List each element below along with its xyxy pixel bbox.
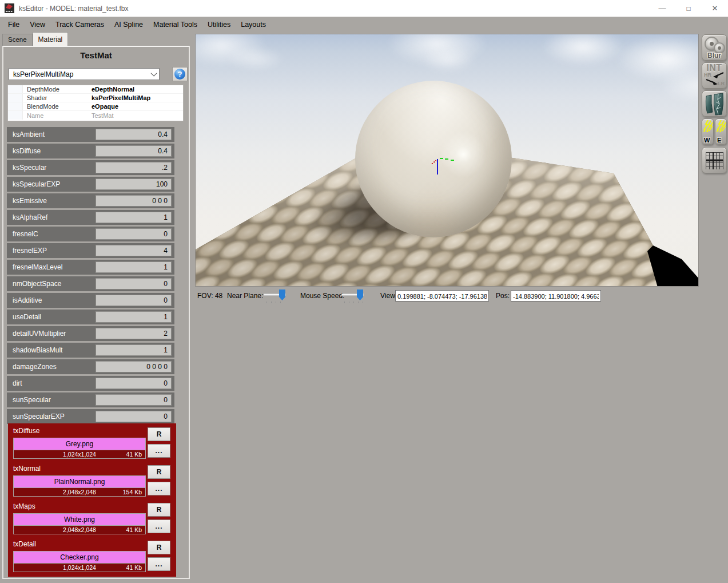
slider-thumb[interactable] [357,289,363,300]
shader-property-grid: DepthMode eDepthNormal Shader ksPerPixel… [7,85,184,121]
texture-file-txnormal[interactable]: PlainNormal.png 2,048x2,048 154 Kb [13,475,146,497]
texture-file-txdetail[interactable]: Checker.png 1,024x1,024 41 Kb [13,551,146,572]
app-icon [5,3,14,13]
help-icon: ? [174,69,185,80]
tab-scene[interactable]: Scene [2,34,33,46]
material-panel: TestMat ksPerPixelMultiMap ? DepthMode e… [2,46,190,579]
shader-dropdown-value: ksPerPixelMultiMap [13,70,73,78]
slider-thumb[interactable] [279,289,285,300]
param-row-ksambient: ksAmbient [7,127,174,142]
grid-axis [706,160,723,161]
glass-damage-button[interactable] [702,90,727,117]
menu-ai-spline[interactable]: AI Spline [109,18,148,31]
reset-texture-button[interactable]: R [148,541,170,554]
browse-texture-button[interactable]: ... [148,519,170,533]
browse-texture-button[interactable]: ... [148,482,170,495]
close-button[interactable]: ✕ [702,0,728,17]
view-label: View: [380,292,397,300]
param-input-usedetail[interactable] [96,311,172,323]
param-input-ksalpharef[interactable] [96,212,172,223]
property-row-margin [8,102,23,110]
param-input-ksambient[interactable] [96,129,172,140]
param-row-fresnelc: fresnelC [7,227,174,241]
param-row-nmobjectspace: nmObjectSpace [7,276,174,291]
kseditor-window: { "window": { "title": "ksEditor - MODEL… [0,0,728,583]
param-input-detailuvmultiplier[interactable] [96,328,172,339]
view-vector-field[interactable] [395,290,489,302]
texture-slot-txdetail: txDetail Checker.png 1,024x1,024 41 Kb R… [8,538,176,576]
tab-material[interactable]: Material [33,32,69,46]
browse-texture-button[interactable]: ... [148,444,170,458]
param-input-ksspecularexp[interactable] [96,179,172,190]
param-input-ksdiffuse[interactable] [96,145,172,157]
param-row-fresnelexp: fresnelEXP [7,243,174,258]
menu-view[interactable]: View [25,18,50,31]
menu-track-cameras[interactable]: Track Cameras [50,18,109,31]
sphere-3d-object [355,81,512,237]
panel-tabstrip: Scene Material [2,32,68,46]
property-row-shader[interactable]: Shader ksPerPixelMultiMap [8,94,183,102]
swap-arrows-icon [702,63,726,88]
property-row-depthmode[interactable]: DepthMode eDepthNormal [8,85,183,94]
e-label: E [717,137,721,144]
near-plane-slider[interactable] [264,289,287,303]
help-button[interactable]: ? [172,67,188,81]
menu-material-tools[interactable]: Material Tools [148,18,202,31]
param-input-sunspecular[interactable] [96,394,172,406]
param-row-ksemissive: ksEmissive [7,193,174,208]
property-row-margin [8,85,23,93]
param-input-damagezones[interactable] [96,361,172,372]
gizmo-y-axis-dash [451,160,454,161]
param-row-ksalpharef: ksAlphaRef [7,210,174,225]
param-input-ksemissive[interactable] [96,195,172,207]
param-row-usedetail: useDetail [7,310,174,324]
reset-texture-button[interactable]: R [148,427,170,441]
grid-toggle-button[interactable] [702,147,727,173]
pos-vector-field[interactable] [511,290,601,302]
near-plane-label: Near Plane: [227,292,263,300]
minimize-button[interactable]: — [649,0,675,17]
texture-info: 2,048x2,048 41 Kb [14,525,145,534]
mouse-speed-slider[interactable] [341,289,364,303]
pos-label: Pos: [496,292,510,300]
texture-info: 1,024x1,024 41 Kb [14,450,145,458]
maximize-button[interactable]: □ [675,0,702,17]
wiper-e-button[interactable]: E [715,118,727,145]
reset-texture-button[interactable]: R [148,503,170,517]
param-input-isadditive[interactable] [96,295,172,306]
interior-hr-lr-button[interactable]: INT HR LR [702,62,727,89]
menu-layouts[interactable]: Layouts [236,18,271,31]
browse-texture-button[interactable]: ... [148,557,170,571]
cloud [421,47,476,73]
param-input-fresnelc[interactable] [96,228,172,240]
property-row-blendmode[interactable]: BlendMode eOpaque [8,102,183,111]
param-input-fresnelexp[interactable] [96,245,172,256]
property-row-name[interactable]: Name TestMat [8,111,183,120]
param-row-sunspecular: sunSpecular [7,392,174,407]
texture-file-txmaps[interactable]: White.png 2,048x2,048 41 Kb [13,513,146,534]
texture-slot-txmaps: txMaps White.png 2,048x2,048 41 Kb R ... [8,500,176,538]
menu-file[interactable]: File [3,18,25,31]
param-input-dirt[interactable] [96,378,172,389]
window-title: ksEditor - MODEL: material_test.fbx [19,5,128,13]
param-input-ksspecular[interactable] [96,162,172,173]
material-name-title: TestMat [3,50,189,60]
shader-parameter-list: ksAmbient ksDiffuse ksSpecular ksSpecula… [7,127,174,426]
blur-label: Blur [702,51,726,60]
param-row-ksdiffuse: ksDiffuse [7,144,174,158]
viewport-3d[interactable] [195,34,699,287]
reset-texture-button[interactable]: R [148,465,170,479]
menu-utilities[interactable]: Utilities [202,18,236,31]
blur-wheels-button[interactable]: Blur [702,34,727,61]
texture-file-txdiffuse[interactable]: Grey.png 1,024x1,024 41 Kb [13,438,146,459]
param-input-sunspecularexp[interactable] [96,411,172,422]
param-input-nmobjectspace[interactable] [96,278,172,289]
param-row-damagezones: damageZones [7,359,174,374]
chevron-down-icon [150,70,157,76]
lightning-bolts-icon [702,119,713,138]
wiper-w-button[interactable]: W [702,118,714,145]
param-input-shadowbiasmult[interactable] [96,344,172,356]
shader-dropdown[interactable]: ksPerPixelMultiMap [9,68,160,80]
param-input-fresnelmaxlevel[interactable] [96,261,172,273]
glass-panels-icon [702,91,726,116]
